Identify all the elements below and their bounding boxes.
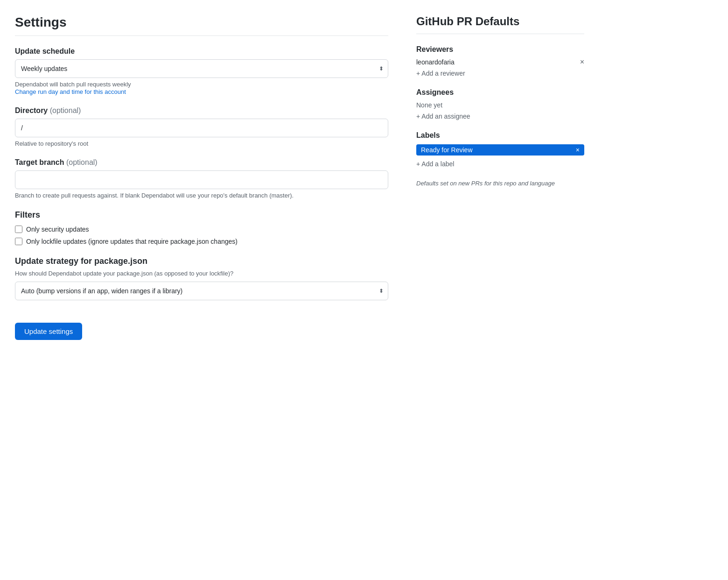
remove-reviewer-button[interactable]: × <box>580 58 584 66</box>
add-label-link[interactable]: + Add a label <box>416 160 584 168</box>
change-run-day-link[interactable]: Change run day and time for this account <box>15 88 126 95</box>
strategy-select[interactable]: Auto (bump versions if an app, widen ran… <box>15 282 388 300</box>
update-settings-button[interactable]: Update settings <box>15 323 82 340</box>
update-schedule-select-wrapper: Daily updatesWeekly updatesMonthly updat… <box>15 59 388 78</box>
lockfile-only-checkbox[interactable] <box>15 238 22 245</box>
strategy-title: Update strategy for package.json <box>15 256 388 266</box>
update-strategy-section: Update strategy for package.json How sho… <box>15 256 388 300</box>
target-branch-label: Target branch (optional) <box>15 158 388 167</box>
reviewers-section: Reviewers leonardofaria × + Add a review… <box>416 45 584 77</box>
assignees-none: None yet <box>416 101 584 109</box>
page-title: Settings <box>15 15 388 30</box>
lockfile-only-label[interactable]: Only lockfile updates (ignore updates th… <box>26 238 238 245</box>
reviewer-name: leonardofaria <box>416 58 455 66</box>
remove-label-button[interactable]: × <box>576 147 580 153</box>
update-schedule-label: Update schedule <box>15 47 388 56</box>
labels-heading: Labels <box>416 131 584 140</box>
directory-hint: Relative to repository's root <box>15 140 388 147</box>
label-tag-text: Ready for Review <box>421 146 473 154</box>
title-divider <box>15 35 388 36</box>
left-panel: Settings Update schedule Daily updatesWe… <box>15 15 388 340</box>
strategy-hint: How should Dependabot update your packag… <box>15 270 388 277</box>
directory-section: Directory (optional) Relative to reposit… <box>15 106 388 147</box>
update-schedule-select[interactable]: Daily updatesWeekly updatesMonthly updat… <box>15 59 388 78</box>
update-schedule-section: Update schedule Daily updatesWeekly upda… <box>15 47 388 95</box>
target-branch-section: Target branch (optional) Branch to creat… <box>15 158 388 199</box>
github-pr-defaults-title: GitHub PR Defaults <box>416 15 584 28</box>
right-panel: GitHub PR Defaults Reviewers leonardofar… <box>416 15 584 340</box>
security-only-row: Only security updates <box>15 226 388 233</box>
directory-input[interactable] <box>15 119 388 137</box>
right-title-divider <box>416 34 584 34</box>
target-branch-input[interactable] <box>15 170 388 189</box>
security-only-checkbox[interactable] <box>15 226 22 233</box>
directory-optional: (optional) <box>50 106 81 114</box>
add-reviewer-link[interactable]: + Add a reviewer <box>416 70 584 77</box>
security-only-label[interactable]: Only security updates <box>26 226 89 233</box>
add-assignee-link[interactable]: + Add an assignee <box>416 113 584 120</box>
update-schedule-hint: Dependabot will batch pull requests week… <box>15 81 388 88</box>
defaults-note: Defaults set on new PRs for this repo an… <box>416 179 584 188</box>
filters-section: Filters Only security updates Only lockf… <box>15 210 388 245</box>
assignees-heading: Assignees <box>416 88 584 97</box>
label-tag: Ready for Review × <box>416 144 584 156</box>
assignees-section: Assignees None yet + Add an assignee <box>416 88 584 120</box>
labels-section: Labels Ready for Review × + Add a label <box>416 131 584 168</box>
filters-title: Filters <box>15 210 388 220</box>
directory-label: Directory (optional) <box>15 106 388 115</box>
reviewer-row: leonardofaria × <box>416 58 584 66</box>
strategy-select-wrapper: Auto (bump versions if an app, widen ran… <box>15 282 388 300</box>
target-branch-optional: (optional) <box>66 158 98 166</box>
lockfile-only-row: Only lockfile updates (ignore updates th… <box>15 238 388 245</box>
reviewers-heading: Reviewers <box>416 45 584 54</box>
target-branch-hint: Branch to create pull requests against. … <box>15 192 388 199</box>
